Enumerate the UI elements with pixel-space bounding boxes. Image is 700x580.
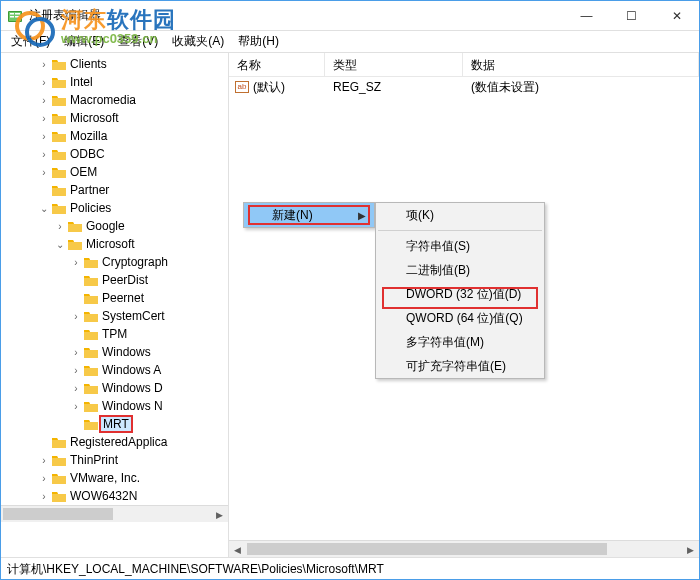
string-value-icon: ab (235, 81, 249, 93)
folder-icon (51, 453, 67, 467)
col-data-header[interactable]: 数据 (463, 53, 699, 76)
context-item-dword[interactable]: DWORD (32 位)值(D) (376, 282, 544, 306)
body: ›Clients ›Intel ›Macromedia ›Microsoft ›… (1, 53, 699, 557)
tree-item-windows[interactable]: ›Windows (69, 343, 228, 361)
tree-item-windows-a[interactable]: ›Windows A (69, 361, 228, 379)
chevron-right-icon[interactable]: › (69, 365, 83, 376)
scroll-thumb[interactable] (247, 543, 607, 555)
folder-icon (51, 183, 67, 197)
menu-help[interactable]: 帮助(H) (232, 31, 285, 52)
chevron-right-icon[interactable]: › (37, 59, 51, 70)
menu-view[interactable]: 查看(V) (112, 31, 164, 52)
folder-icon (51, 75, 67, 89)
context-item-new-label: 新建(N) (272, 207, 313, 224)
list-h-scrollbar[interactable]: ◀▶ (229, 540, 699, 557)
context-item-qword[interactable]: QWORD (64 位)值(Q) (376, 306, 544, 330)
context-item-key[interactable]: 项(K) (376, 203, 544, 227)
scroll-right-icon[interactable]: ▶ (211, 506, 228, 523)
tree-item-mrt[interactable]: MRT (69, 415, 228, 433)
close-button[interactable]: ✕ (654, 1, 699, 30)
list-row-default[interactable]: ab(默认) REG_SZ (数值未设置) (229, 77, 699, 97)
context-item-binary[interactable]: 二进制值(B) (376, 258, 544, 282)
scroll-thumb[interactable] (3, 508, 113, 520)
tree-item-peerdist[interactable]: PeerDist (69, 271, 228, 289)
chevron-right-icon[interactable]: › (37, 473, 51, 484)
folder-icon (51, 129, 67, 143)
value-type: REG_SZ (325, 80, 463, 94)
minimize-button[interactable]: — (564, 1, 609, 30)
context-item-multi[interactable]: 多字符串值(M) (376, 330, 544, 354)
chevron-down-icon[interactable]: ⌄ (53, 239, 67, 250)
context-item-expand[interactable]: 可扩充字符串值(E) (376, 354, 544, 378)
tree-item-tpm[interactable]: TPM (69, 325, 228, 343)
maximize-button[interactable]: ☐ (609, 1, 654, 30)
chevron-right-icon[interactable]: › (37, 491, 51, 502)
tree-item-macromedia[interactable]: ›Macromedia (37, 91, 228, 109)
chevron-right-icon[interactable]: › (69, 383, 83, 394)
chevron-right-icon[interactable]: › (37, 131, 51, 142)
app-icon (7, 8, 23, 24)
svg-rect-3 (10, 16, 14, 18)
chevron-right-icon[interactable]: › (69, 257, 83, 268)
chevron-down-icon[interactable]: ⌄ (37, 203, 51, 214)
chevron-right-icon[interactable]: › (69, 401, 83, 412)
folder-icon (83, 381, 99, 395)
tree-h-scrollbar[interactable]: ◀▶ (1, 505, 228, 522)
tree-item-mozilla[interactable]: ›Mozilla (37, 127, 228, 145)
folder-icon (67, 237, 83, 251)
tree-item-oem[interactable]: ›OEM (37, 163, 228, 181)
menu-favorites[interactable]: 收藏夹(A) (166, 31, 230, 52)
list-header: 名称 类型 数据 (229, 53, 699, 77)
tree-item-clients[interactable]: ›Clients (37, 55, 228, 73)
tree-item-partner[interactable]: Partner (37, 181, 228, 199)
chevron-right-icon[interactable]: › (53, 221, 67, 232)
chevron-right-icon[interactable]: › (69, 347, 83, 358)
tree-item-policies-microsoft[interactable]: ⌄Microsoft (53, 235, 228, 253)
folder-icon (51, 435, 67, 449)
chevron-right-icon[interactable]: › (37, 113, 51, 124)
tree-item-registeredapp[interactable]: RegisteredApplica (37, 433, 228, 451)
chevron-right-icon[interactable]: › (37, 77, 51, 88)
menu-separator (378, 230, 542, 231)
tree-item-cryptograph[interactable]: ›Cryptograph (69, 253, 228, 271)
value-data: (数值未设置) (463, 79, 699, 96)
folder-icon (51, 111, 67, 125)
folder-icon (83, 273, 99, 287)
titlebar: 注册表编辑器 — ☐ ✕ (1, 1, 699, 31)
tree-item-mrt-label-selected: MRT (99, 415, 133, 433)
chevron-right-icon[interactable]: › (37, 95, 51, 106)
tree-item-policies[interactable]: ⌄Policies (37, 199, 228, 217)
menu-file[interactable]: 文件(F) (5, 31, 56, 52)
tree-item-thinprint[interactable]: ›ThinPrint (37, 451, 228, 469)
tree-item-google[interactable]: ›Google (53, 217, 228, 235)
tree-item-intel[interactable]: ›Intel (37, 73, 228, 91)
tree-item-windows-n[interactable]: ›Windows N (69, 397, 228, 415)
tree-item-vmware[interactable]: ›VMware, Inc. (37, 469, 228, 487)
tree-pane[interactable]: ›Clients ›Intel ›Macromedia ›Microsoft ›… (1, 53, 229, 557)
window-controls: — ☐ ✕ (564, 1, 699, 30)
folder-icon (51, 489, 67, 503)
tree-item-wow6432[interactable]: ›WOW6432N (37, 487, 228, 505)
chevron-right-icon[interactable]: › (37, 167, 51, 178)
scroll-left-icon[interactable]: ◀ (229, 541, 246, 557)
folder-icon (83, 363, 99, 377)
scroll-right-icon[interactable]: ▶ (682, 541, 699, 557)
folder-icon (83, 417, 99, 431)
tree-item-systemcert[interactable]: ›SystemCert (69, 307, 228, 325)
window-title: 注册表编辑器 (29, 7, 564, 24)
chevron-right-icon[interactable]: › (37, 149, 51, 160)
col-type-header[interactable]: 类型 (325, 53, 463, 76)
chevron-right-icon[interactable]: › (69, 311, 83, 322)
tree-item-peernet[interactable]: Peernet (69, 289, 228, 307)
context-item-string[interactable]: 字符串值(S) (376, 234, 544, 258)
context-item-new[interactable]: 新建(N) ▶ (244, 203, 374, 227)
tree-item-odbc[interactable]: ›ODBC (37, 145, 228, 163)
chevron-right-icon[interactable]: › (37, 455, 51, 466)
col-name-header[interactable]: 名称 (229, 53, 325, 76)
tree-item-windows-d[interactable]: ›Windows D (69, 379, 228, 397)
submenu-arrow-icon: ▶ (358, 210, 366, 221)
tree: ›Clients ›Intel ›Macromedia ›Microsoft ›… (1, 53, 228, 505)
menu-edit[interactable]: 编辑(E) (58, 31, 110, 52)
svg-rect-4 (15, 13, 20, 15)
tree-item-microsoft[interactable]: ›Microsoft (37, 109, 228, 127)
